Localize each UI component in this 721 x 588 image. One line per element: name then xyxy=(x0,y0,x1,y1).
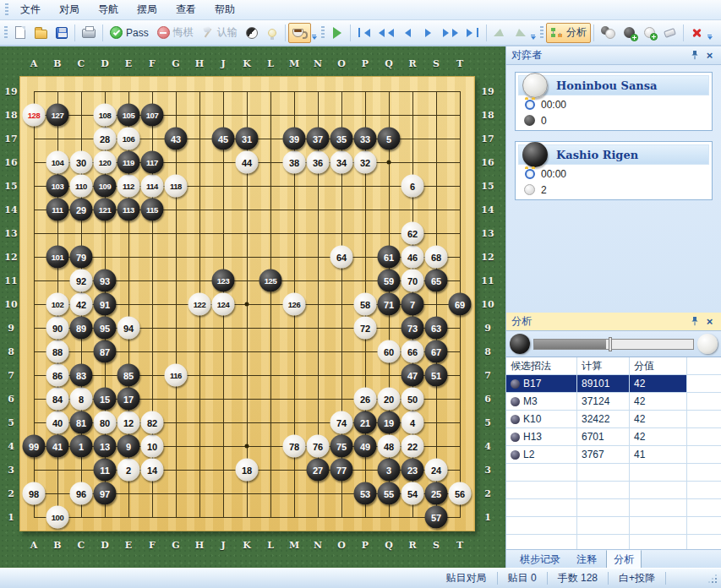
stone-D16: 120 xyxy=(94,151,117,174)
stone-B18: 127 xyxy=(46,104,69,127)
menu-item-查看[interactable]: 查看 xyxy=(167,0,205,19)
nav-fast-back-button[interactable] xyxy=(374,23,398,43)
nav-first-move-button[interactable] xyxy=(353,23,374,43)
candidate-stone-icon xyxy=(511,433,520,442)
empty-cell xyxy=(687,535,721,549)
resign-label: 认输 xyxy=(217,25,238,40)
toolbar-overflow-button[interactable] xyxy=(707,35,713,40)
empty-cell xyxy=(577,535,630,549)
board-column-label: P xyxy=(362,540,369,551)
players-panel-title: 对弈者 xyxy=(511,48,542,63)
pin-icon[interactable] xyxy=(688,315,701,328)
coffee-break-button[interactable] xyxy=(288,23,311,43)
back-icon xyxy=(405,29,411,37)
candidate-stone-icon xyxy=(511,450,520,460)
close-icon[interactable]: × xyxy=(703,49,716,62)
stone-B5: 40 xyxy=(46,411,69,434)
save-button[interactable] xyxy=(52,23,72,43)
stone-D11: 93 xyxy=(94,270,117,292)
delete-button[interactable] xyxy=(686,23,707,43)
board-row-label: 11 xyxy=(4,275,17,286)
player-card-white: Honinbou Sansa 00:00 0 xyxy=(515,72,713,131)
undo-move-button[interactable]: 悔棋 xyxy=(153,23,198,43)
player-time-row: 00:00 xyxy=(517,96,710,112)
add-white-stone-button[interactable] xyxy=(640,23,660,43)
tab-棋步记录[interactable]: 棋步记录 xyxy=(513,551,567,569)
red-x-icon xyxy=(691,27,702,39)
eraser-button[interactable] xyxy=(660,23,680,43)
menu-item-摆局[interactable]: 摆局 xyxy=(128,0,167,19)
board-column-label: T xyxy=(456,540,463,551)
toolbar-overflow-button[interactable] xyxy=(312,35,317,40)
toolbar-grip[interactable] xyxy=(5,3,8,17)
stone-Q12: 61 xyxy=(378,246,401,269)
stone-F15: 114 xyxy=(141,175,164,198)
column-header-calc: 计算 xyxy=(577,357,630,374)
stone-C11: 92 xyxy=(70,270,93,292)
new-file-button[interactable] xyxy=(10,23,30,43)
toolbar-grip[interactable] xyxy=(321,26,325,40)
branch-down-button[interactable] xyxy=(510,23,530,43)
resize-grip-icon[interactable] xyxy=(707,572,718,585)
nav-fast-forward-button[interactable] xyxy=(439,23,462,43)
win-rate-track[interactable] xyxy=(533,339,694,350)
board-row-label: 11 xyxy=(481,275,494,286)
stone-B8: 88 xyxy=(46,340,69,363)
stone-C5: 81 xyxy=(70,411,93,434)
candidate-move-row[interactable]: K103242242 xyxy=(506,411,721,428)
toolbar-overflow-button[interactable] xyxy=(531,35,536,40)
empty-cell xyxy=(687,499,721,516)
stone-E7: 85 xyxy=(117,364,140,387)
candidate-blank-cell xyxy=(687,393,721,410)
nav-forward-button[interactable] xyxy=(418,23,439,43)
board-column-label: G xyxy=(172,540,179,551)
stone-Q11: 59 xyxy=(378,270,401,292)
toolbar-separator xyxy=(593,24,594,41)
pass-button[interactable]: Pass xyxy=(106,23,153,43)
candidate-move-row[interactable]: L2376741 xyxy=(506,446,721,464)
menu-item-对局[interactable]: 对局 xyxy=(50,0,89,19)
close-icon[interactable]: × xyxy=(703,315,716,328)
player-time: 00:00 xyxy=(541,99,566,111)
board-column-label: R xyxy=(408,58,416,69)
stone-Q3: 3 xyxy=(378,459,401,482)
stone-D4: 13 xyxy=(94,435,117,458)
play-icon xyxy=(333,27,341,39)
analysis-button[interactable]: 分析 xyxy=(546,23,591,43)
resign-button[interactable]: 认输 xyxy=(198,23,242,43)
print-button[interactable] xyxy=(78,23,100,43)
open-file-button[interactable] xyxy=(30,23,52,43)
board-row-label: 13 xyxy=(4,228,17,239)
empty-cell xyxy=(630,464,687,481)
board-row-label: 1 xyxy=(484,512,491,523)
stone-D2: 97 xyxy=(94,482,117,505)
branch-up-button[interactable] xyxy=(489,23,510,43)
place-stones-button[interactable] xyxy=(597,23,620,43)
candidate-move-row[interactable]: M33712442 xyxy=(506,393,721,411)
nav-back-button[interactable] xyxy=(398,23,418,43)
undo-minus-icon xyxy=(157,26,170,39)
board-row-label: 8 xyxy=(484,346,491,357)
stone-color-toggle-button[interactable] xyxy=(242,23,262,43)
menu-item-帮助[interactable]: 帮助 xyxy=(205,0,244,19)
stone-J10: 124 xyxy=(212,293,235,316)
board-column-label: H xyxy=(195,58,204,69)
candidate-move-row[interactable]: H13670142 xyxy=(506,428,721,446)
menu-item-文件[interactable]: 文件 xyxy=(11,0,50,19)
hint-button[interactable] xyxy=(262,23,282,43)
tab-注释[interactable]: 注释 xyxy=(570,551,604,569)
add-black-stone-button[interactable] xyxy=(620,23,640,43)
toolbar-grip[interactable] xyxy=(540,26,543,40)
stone-B6: 84 xyxy=(46,388,69,411)
menu-item-导航[interactable]: 导航 xyxy=(89,0,128,19)
empty-cell xyxy=(687,464,721,481)
stone-Q8: 60 xyxy=(378,340,401,363)
toolbar-separator xyxy=(74,24,75,41)
win-rate-thumb[interactable] xyxy=(609,337,612,351)
nav-last-move-button[interactable] xyxy=(462,23,483,43)
analysis-panel-header: 分析 × xyxy=(506,313,721,331)
candidate-move-row[interactable]: B178910142 xyxy=(506,375,721,393)
play-button[interactable] xyxy=(327,23,347,43)
pin-icon[interactable] xyxy=(688,49,701,62)
toolbar-grip[interactable] xyxy=(4,26,8,40)
